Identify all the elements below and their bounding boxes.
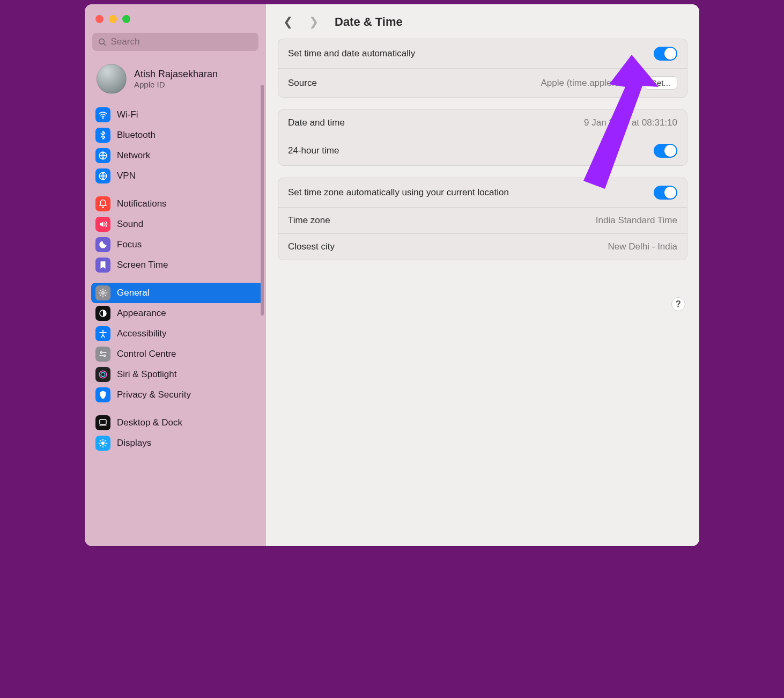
svg-point-5 [102, 292, 105, 295]
auto-set-label: Set time and date automatically [288, 48, 415, 59]
row-24hour: 24-hour time [278, 136, 687, 165]
sidebar-item-label: Notifications [117, 199, 167, 209]
notifications-icon [95, 196, 110, 211]
sidebar-item-label: Siri & Spotlight [117, 369, 177, 380]
help-button[interactable]: ? [671, 297, 685, 311]
toolbar: ❮ ❯ Date & Time [266, 4, 699, 39]
avatar [97, 64, 127, 94]
screentime-icon [95, 258, 110, 273]
tz-label: Time zone [288, 215, 330, 226]
page-title: Date & Time [335, 15, 403, 29]
sidebar-item-label: VPN [117, 171, 136, 181]
sidebar-item-vpn[interactable]: VPN [91, 166, 263, 186]
sidebar-item-wifi[interactable]: Wi-Fi [91, 105, 263, 125]
sidebar-item-screentime[interactable]: Screen Time [91, 255, 263, 275]
tz-auto-label: Set time zone automatically using your c… [288, 187, 509, 198]
apple-id-row[interactable]: Atish Rajasekharan Apple ID [85, 58, 266, 104]
settings-window: Atish Rajasekharan Apple ID Wi-FiBluetoo… [85, 4, 699, 546]
svg-point-7 [102, 330, 104, 332]
row-datetime: Date and time 9 Jan 2024 at 08:31:10 [278, 110, 687, 136]
sidebar-item-label: Privacy & Security [117, 390, 191, 400]
h24-label: 24-hour time [288, 145, 339, 156]
siri-icon [95, 367, 110, 382]
search-icon [98, 37, 106, 47]
svg-point-11 [101, 372, 105, 377]
sidebar-item-label: Desktop & Dock [117, 417, 182, 428]
network-icon [95, 148, 110, 163]
group-datetime: Date and time 9 Jan 2024 at 08:31:10 24-… [278, 109, 687, 166]
close-window-button[interactable] [95, 15, 103, 23]
closest-city-label: Closest city [288, 241, 335, 252]
sidebar-item-general[interactable]: General [91, 283, 263, 303]
zoom-window-button[interactable] [122, 15, 130, 23]
svg-point-9 [104, 355, 106, 357]
content-area: Set time and date automatically Source A… [266, 39, 699, 546]
vpn-icon [95, 168, 110, 183]
svg-point-8 [101, 352, 102, 354]
svg-rect-12 [100, 420, 106, 424]
datetime-label: Date and time [288, 117, 345, 128]
sidebar-item-sound[interactable]: Sound [91, 214, 263, 234]
sidebar-item-label: Appearance [117, 308, 166, 319]
sidebar-item-focus[interactable]: Focus [91, 234, 263, 255]
svg-line-1 [103, 43, 105, 45]
sidebar-item-label: Screen Time [117, 260, 168, 270]
svg-point-10 [99, 371, 107, 378]
back-button[interactable]: ❮ [280, 14, 296, 30]
sidebar-item-accessibility[interactable]: Accessibility [91, 324, 263, 344]
sidebar-item-label: Wi-Fi [117, 109, 138, 120]
forward-button[interactable]: ❯ [306, 14, 322, 30]
svg-point-13 [101, 442, 105, 445]
sidebar-item-siri[interactable]: Siri & Spotlight [91, 364, 263, 385]
displays-icon [95, 436, 110, 451]
privacy-icon [95, 387, 110, 402]
sidebar-item-network[interactable]: Network [91, 145, 263, 166]
sidebar-item-appearance[interactable]: Appearance [91, 303, 263, 324]
window-controls [85, 11, 266, 33]
wifi-icon [95, 107, 110, 122]
general-icon [95, 285, 110, 300]
row-tz: Time zone India Standard Time [278, 207, 687, 233]
auto-set-toggle[interactable] [654, 47, 677, 61]
controlcentre-icon [95, 347, 110, 362]
search-container [85, 33, 266, 58]
svg-point-2 [102, 117, 103, 119]
source-set-button[interactable]: Set... [645, 76, 677, 90]
appearance-icon [95, 306, 110, 321]
sidebar-item-label: Accessibility [117, 328, 167, 339]
desktopdock-icon [95, 415, 110, 430]
tz-value: India Standard Time [596, 215, 677, 226]
sidebar-item-controlcentre[interactable]: Control Centre [91, 344, 263, 364]
search-field[interactable] [92, 33, 258, 51]
sidebar-item-displays[interactable]: Displays [91, 433, 263, 453]
sound-icon [95, 217, 110, 232]
sidebar-item-bluetooth[interactable]: Bluetooth [91, 125, 263, 145]
sidebar-item-label: General [117, 288, 149, 298]
sidebar-item-label: Focus [117, 239, 142, 250]
row-closest-city: Closest city New Delhi - India [278, 233, 687, 260]
sidebar-nav: Wi-FiBluetoothNetworkVPNNotificationsSou… [85, 104, 266, 464]
sidebar: Atish Rajasekharan Apple ID Wi-FiBluetoo… [85, 4, 266, 546]
group-auto-time: Set time and date automatically Source A… [278, 39, 687, 98]
sidebar-item-privacy[interactable]: Privacy & Security [91, 385, 263, 405]
accessibility-icon [95, 326, 110, 341]
minimize-window-button[interactable] [109, 15, 117, 23]
focus-icon [95, 237, 110, 252]
sidebar-item-desktopdock[interactable]: Desktop & Dock [91, 413, 263, 433]
sidebar-item-label: Bluetooth [117, 130, 156, 141]
datetime-value: 9 Jan 2024 at 08:31:10 [584, 117, 677, 128]
sidebar-item-notifications[interactable]: Notifications [91, 194, 263, 214]
source-label: Source [288, 78, 317, 89]
h24-toggle[interactable] [654, 144, 677, 158]
sidebar-item-label: Displays [117, 438, 151, 449]
tz-auto-toggle[interactable] [654, 186, 677, 200]
row-tz-auto: Set time zone automatically using your c… [278, 178, 687, 207]
search-input[interactable] [110, 36, 253, 47]
bluetooth-icon [95, 128, 110, 143]
sidebar-item-label: Control Centre [117, 349, 176, 359]
account-name: Atish Rajasekharan [134, 69, 218, 80]
sidebar-item-label: Sound [117, 219, 143, 230]
row-auto-set: Set time and date automatically [278, 39, 687, 68]
sidebar-item-label: Network [117, 150, 150, 161]
source-value: Apple (time.apple.com.) [541, 78, 637, 89]
